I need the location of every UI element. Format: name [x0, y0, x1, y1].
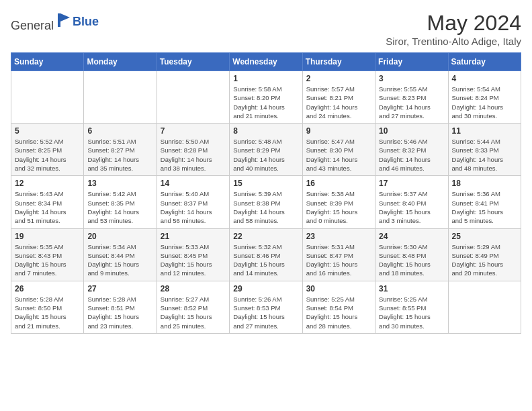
- logo-text-general: General: [11, 19, 54, 32]
- day-number: 15: [233, 179, 298, 188]
- calendar-cell: 9Sunrise: 5:47 AM Sunset: 8:30 PM Daylig…: [302, 124, 375, 176]
- day-number: 28: [161, 284, 226, 293]
- calendar-cell: [84, 71, 157, 124]
- day-number: 1: [233, 74, 298, 83]
- day-info: Sunrise: 5:32 AM Sunset: 8:46 PM Dayligh…: [233, 242, 298, 278]
- day-number: 9: [306, 126, 371, 136]
- page-header: General Blue May 2024 Siror, Trentino-Al…: [11, 11, 521, 47]
- day-info: Sunrise: 5:44 AM Sunset: 8:33 PM Dayligh…: [452, 137, 517, 173]
- day-info: Sunrise: 5:26 AM Sunset: 8:53 PM Dayligh…: [233, 295, 298, 330]
- calendar-cell: 16Sunrise: 5:38 AM Sunset: 8:39 PM Dayli…: [302, 176, 375, 228]
- day-info: Sunrise: 5:34 AM Sunset: 8:44 PM Dayligh…: [87, 242, 152, 278]
- weekday-header-wednesday: Wednesday: [230, 53, 302, 71]
- calendar-cell: 6Sunrise: 5:51 AM Sunset: 8:27 PM Daylig…: [84, 124, 157, 176]
- calendar-cell: 22Sunrise: 5:32 AM Sunset: 8:46 PM Dayli…: [230, 228, 302, 281]
- logo-general-text: General: [11, 11, 74, 33]
- calendar-table: SundayMondayTuesdayWednesdayThursdayFrid…: [11, 52, 521, 334]
- calendar-cell: 24Sunrise: 5:30 AM Sunset: 8:48 PM Dayli…: [375, 228, 448, 281]
- calendar-week-5: 26Sunrise: 5:28 AM Sunset: 8:50 PM Dayli…: [11, 281, 521, 333]
- calendar-cell: [448, 281, 521, 333]
- weekday-header-tuesday: Tuesday: [157, 53, 229, 71]
- calendar-week-2: 5Sunrise: 5:52 AM Sunset: 8:25 PM Daylig…: [11, 124, 521, 176]
- calendar-week-3: 12Sunrise: 5:43 AM Sunset: 8:34 PM Dayli…: [11, 176, 521, 228]
- day-number: 24: [379, 232, 444, 241]
- day-number: 22: [233, 232, 298, 241]
- calendar-title: May 2024: [386, 11, 521, 36]
- day-number: 7: [161, 126, 226, 136]
- calendar-cell: 13Sunrise: 5:42 AM Sunset: 8:35 PM Dayli…: [84, 176, 157, 228]
- calendar-cell: [157, 71, 229, 124]
- calendar-cell: 5Sunrise: 5:52 AM Sunset: 8:25 PM Daylig…: [11, 124, 84, 176]
- day-number: 17: [379, 179, 444, 188]
- calendar-cell: 27Sunrise: 5:28 AM Sunset: 8:51 PM Dayli…: [84, 281, 157, 333]
- day-info: Sunrise: 5:51 AM Sunset: 8:27 PM Dayligh…: [87, 137, 152, 173]
- day-number: 19: [15, 232, 80, 241]
- day-info: Sunrise: 5:31 AM Sunset: 8:47 PM Dayligh…: [306, 242, 371, 278]
- weekday-header-saturday: Saturday: [448, 53, 521, 71]
- calendar-cell: 3Sunrise: 5:55 AM Sunset: 8:23 PM Daylig…: [375, 71, 448, 124]
- weekday-row: SundayMondayTuesdayWednesdayThursdayFrid…: [11, 53, 521, 71]
- day-number: 2: [306, 74, 371, 83]
- calendar-cell: 14Sunrise: 5:40 AM Sunset: 8:37 PM Dayli…: [157, 176, 229, 228]
- svg-marker-0: [58, 13, 70, 27]
- calendar-cell: 7Sunrise: 5:50 AM Sunset: 8:28 PM Daylig…: [157, 124, 229, 176]
- weekday-header-thursday: Thursday: [302, 53, 375, 71]
- day-info: Sunrise: 5:54 AM Sunset: 8:24 PM Dayligh…: [452, 85, 517, 120]
- day-info: Sunrise: 5:50 AM Sunset: 8:28 PM Dayligh…: [161, 137, 226, 173]
- calendar-cell: 28Sunrise: 5:27 AM Sunset: 8:52 PM Dayli…: [157, 281, 229, 333]
- day-info: Sunrise: 5:28 AM Sunset: 8:51 PM Dayligh…: [87, 295, 152, 330]
- calendar-cell: 23Sunrise: 5:31 AM Sunset: 8:47 PM Dayli…: [302, 228, 375, 281]
- day-info: Sunrise: 5:47 AM Sunset: 8:30 PM Dayligh…: [306, 137, 371, 173]
- day-info: Sunrise: 5:46 AM Sunset: 8:32 PM Dayligh…: [379, 137, 444, 173]
- weekday-header-monday: Monday: [84, 53, 157, 71]
- day-info: Sunrise: 5:37 AM Sunset: 8:40 PM Dayligh…: [379, 189, 444, 225]
- day-info: Sunrise: 5:27 AM Sunset: 8:52 PM Dayligh…: [161, 295, 226, 330]
- day-number: 23: [306, 232, 371, 241]
- day-number: 10: [379, 126, 444, 136]
- day-number: 11: [452, 126, 517, 136]
- day-number: 8: [233, 126, 298, 136]
- day-info: Sunrise: 5:48 AM Sunset: 8:29 PM Dayligh…: [233, 137, 298, 173]
- calendar-header: SundayMondayTuesdayWednesdayThursdayFrid…: [11, 53, 521, 71]
- calendar-cell: 29Sunrise: 5:26 AM Sunset: 8:53 PM Dayli…: [230, 281, 302, 333]
- weekday-header-sunday: Sunday: [11, 53, 84, 71]
- day-number: 25: [452, 232, 517, 241]
- day-info: Sunrise: 5:28 AM Sunset: 8:50 PM Dayligh…: [15, 295, 80, 330]
- day-info: Sunrise: 5:42 AM Sunset: 8:35 PM Dayligh…: [87, 189, 152, 225]
- calendar-cell: 31Sunrise: 5:25 AM Sunset: 8:55 PM Dayli…: [375, 281, 448, 333]
- calendar-cell: 19Sunrise: 5:35 AM Sunset: 8:43 PM Dayli…: [11, 228, 84, 281]
- title-block: May 2024 Siror, Trentino-Alto Adige, Ita…: [386, 11, 521, 47]
- day-number: 12: [15, 179, 80, 188]
- day-number: 29: [233, 284, 298, 293]
- calendar-week-4: 19Sunrise: 5:35 AM Sunset: 8:43 PM Dayli…: [11, 228, 521, 281]
- logo: General Blue: [11, 11, 99, 33]
- day-info: Sunrise: 5:29 AM Sunset: 8:49 PM Dayligh…: [452, 242, 517, 278]
- day-info: Sunrise: 5:43 AM Sunset: 8:34 PM Dayligh…: [15, 189, 80, 225]
- day-info: Sunrise: 5:52 AM Sunset: 8:25 PM Dayligh…: [15, 137, 80, 173]
- day-number: 5: [15, 126, 80, 136]
- day-number: 26: [15, 284, 80, 293]
- day-number: 27: [87, 284, 152, 293]
- calendar-cell: 11Sunrise: 5:44 AM Sunset: 8:33 PM Dayli…: [448, 124, 521, 176]
- logo-flag-icon: [55, 11, 74, 30]
- calendar-cell: 2Sunrise: 5:57 AM Sunset: 8:21 PM Daylig…: [302, 71, 375, 124]
- calendar-cell: 17Sunrise: 5:37 AM Sunset: 8:40 PM Dayli…: [375, 176, 448, 228]
- calendar-cell: 1Sunrise: 5:58 AM Sunset: 8:20 PM Daylig…: [230, 71, 302, 124]
- day-info: Sunrise: 5:40 AM Sunset: 8:37 PM Dayligh…: [161, 189, 226, 225]
- day-number: 20: [87, 232, 152, 241]
- day-number: 13: [87, 179, 152, 188]
- day-info: Sunrise: 5:36 AM Sunset: 8:41 PM Dayligh…: [452, 189, 517, 225]
- calendar-cell: 10Sunrise: 5:46 AM Sunset: 8:32 PM Dayli…: [375, 124, 448, 176]
- day-info: Sunrise: 5:35 AM Sunset: 8:43 PM Dayligh…: [15, 242, 80, 278]
- calendar-week-1: 1Sunrise: 5:58 AM Sunset: 8:20 PM Daylig…: [11, 71, 521, 124]
- calendar-cell: 30Sunrise: 5:25 AM Sunset: 8:54 PM Dayli…: [302, 281, 375, 333]
- calendar-cell: 15Sunrise: 5:39 AM Sunset: 8:38 PM Dayli…: [230, 176, 302, 228]
- calendar-cell: 26Sunrise: 5:28 AM Sunset: 8:50 PM Dayli…: [11, 281, 84, 333]
- logo-blue-text: Blue: [73, 15, 99, 29]
- weekday-header-friday: Friday: [375, 53, 448, 71]
- day-number: 14: [161, 179, 226, 188]
- calendar-cell: 21Sunrise: 5:33 AM Sunset: 8:45 PM Dayli…: [157, 228, 229, 281]
- day-number: 21: [161, 232, 226, 241]
- day-number: 6: [87, 126, 152, 136]
- day-info: Sunrise: 5:25 AM Sunset: 8:55 PM Dayligh…: [379, 295, 444, 330]
